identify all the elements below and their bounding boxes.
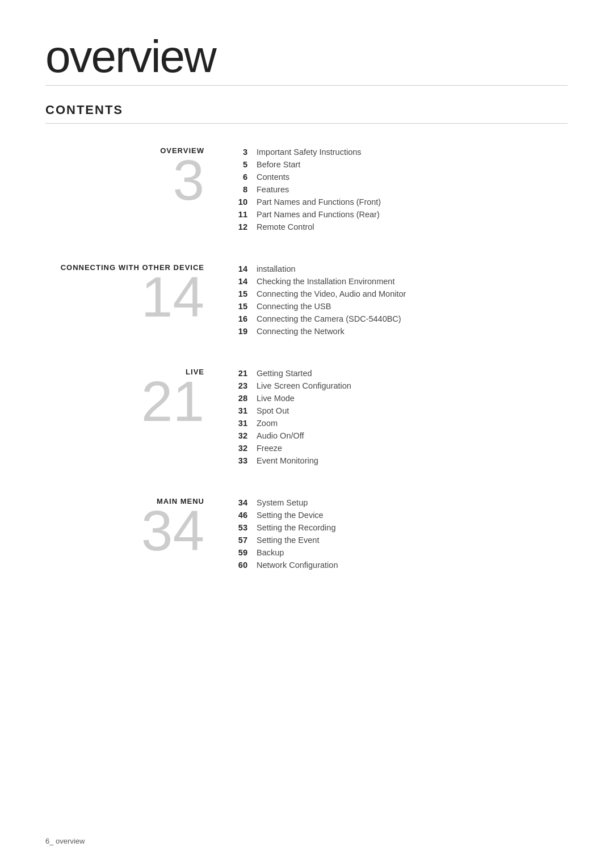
toc-entry: 8Features xyxy=(227,185,568,194)
toc-page-number: 28 xyxy=(227,394,247,403)
toc-entry-text: Event Monitoring xyxy=(257,456,318,465)
toc-entry: 14Checking the Installation Environment xyxy=(227,277,568,286)
toc-entry: 59Backup xyxy=(227,548,568,557)
section-number-live: 21 xyxy=(141,373,204,429)
page-wrapper: overview CONTENTS OVERVIEW33Important Sa… xyxy=(0,0,613,868)
toc-entry: 15Connecting the Video, Audio and Monito… xyxy=(227,289,568,298)
toc-right-mainmenu: 34System Setup46Setting the Device53Sett… xyxy=(227,497,568,573)
toc-page-number: 53 xyxy=(227,523,247,532)
toc-entry: 33Event Monitoring xyxy=(227,456,568,465)
toc-entry-text: Features xyxy=(257,185,289,194)
section-number-connecting: 14 xyxy=(141,268,204,325)
toc-section-live: LIVE2121Getting Started23Live Screen Con… xyxy=(45,368,568,469)
toc-entry: 28Live Mode xyxy=(227,394,568,403)
toc-entry: 21Getting Started xyxy=(227,369,568,378)
toc-entry: 46Setting the Device xyxy=(227,511,568,520)
toc-entry-text: Live Mode xyxy=(257,394,295,403)
toc-entry: 31Spot Out xyxy=(227,406,568,415)
toc-entry: 3Important Safety Instructions xyxy=(227,148,568,157)
toc-entry: 6Contents xyxy=(227,172,568,182)
toc-entry: 32Freeze xyxy=(227,444,568,453)
toc-section-connecting: CONNECTING WITH OTHER DEVICE1414installa… xyxy=(45,263,568,339)
toc-left-live: LIVE21 xyxy=(45,368,227,429)
toc-entry-text: Live Screen Configuration xyxy=(257,381,351,390)
toc-container: OVERVIEW33Important Safety Instructions5… xyxy=(45,146,568,573)
toc-right-live: 21Getting Started23Live Screen Configura… xyxy=(227,368,568,469)
toc-page-number: 31 xyxy=(227,419,247,428)
toc-right-connecting: 14installation14Checking the Installatio… xyxy=(227,263,568,339)
toc-page-number: 19 xyxy=(227,327,247,336)
toc-entry-text: Getting Started xyxy=(257,369,312,378)
toc-page-number: 59 xyxy=(227,548,247,557)
toc-entry-text: Audio On/Off xyxy=(257,431,304,440)
toc-entry: 12Remote Control xyxy=(227,222,568,231)
toc-entry-text: Important Safety Instructions xyxy=(257,148,362,157)
toc-entry-text: Setting the Event xyxy=(257,536,319,545)
toc-entry: 23Live Screen Configuration xyxy=(227,381,568,390)
toc-page-number: 15 xyxy=(227,302,247,311)
toc-entry-text: Zoom xyxy=(257,419,278,428)
toc-page-number: 34 xyxy=(227,498,247,507)
toc-entry: 14installation xyxy=(227,264,568,273)
toc-entry-text: Spot Out xyxy=(257,406,289,415)
toc-page-number: 31 xyxy=(227,406,247,415)
toc-page-number: 15 xyxy=(227,289,247,298)
toc-entry-text: installation xyxy=(257,264,296,273)
toc-entry-text: Part Names and Functions (Front) xyxy=(257,197,381,207)
toc-left-connecting: CONNECTING WITH OTHER DEVICE14 xyxy=(45,263,227,325)
toc-left-overview: OVERVIEW3 xyxy=(45,146,227,208)
section-number-overview: 3 xyxy=(173,151,204,208)
toc-entry: 10Part Names and Functions (Front) xyxy=(227,197,568,207)
toc-entry-text: Freeze xyxy=(257,444,282,453)
toc-page-number: 3 xyxy=(227,148,247,157)
toc-entry-text: Part Names and Functions (Rear) xyxy=(257,210,380,219)
toc-page-number: 32 xyxy=(227,431,247,440)
toc-entry-text: Connecting the Camera (SDC-5440BC) xyxy=(257,314,401,323)
toc-entry: 19Connecting the Network xyxy=(227,327,568,336)
toc-entry-text: Setting the Recording xyxy=(257,523,335,532)
toc-entry-text: Setting the Device xyxy=(257,511,324,520)
toc-page-number: 6 xyxy=(227,172,247,182)
toc-entry-text: Remote Control xyxy=(257,222,314,231)
toc-entry: 11Part Names and Functions (Rear) xyxy=(227,210,568,219)
section-number-mainmenu: 34 xyxy=(141,502,204,559)
toc-entry-text: Connecting the Network xyxy=(257,327,345,336)
toc-entry: 5Before Start xyxy=(227,160,568,169)
toc-page-number: 10 xyxy=(227,197,247,207)
toc-left-mainmenu: MAIN MENU34 xyxy=(45,497,227,559)
toc-entry: 34System Setup xyxy=(227,498,568,507)
toc-entry-text: Contents xyxy=(257,172,289,182)
toc-page-number: 46 xyxy=(227,511,247,520)
toc-page-number: 21 xyxy=(227,369,247,378)
toc-page-number: 14 xyxy=(227,264,247,273)
toc-page-number: 32 xyxy=(227,444,247,453)
page-title: overview xyxy=(45,34,568,79)
toc-entry-text: System Setup xyxy=(257,498,308,507)
toc-section-overview: OVERVIEW33Important Safety Instructions5… xyxy=(45,146,568,235)
toc-section-mainmenu: MAIN MENU3434System Setup46Setting the D… xyxy=(45,497,568,573)
toc-page-number: 14 xyxy=(227,277,247,286)
toc-page-number: 12 xyxy=(227,222,247,231)
toc-page-number: 8 xyxy=(227,185,247,194)
toc-page-number: 16 xyxy=(227,314,247,323)
toc-entry-text: Connecting the Video, Audio and Monitor xyxy=(257,289,406,298)
toc-entry: 16Connecting the Camera (SDC-5440BC) xyxy=(227,314,568,323)
contents-heading: CONTENTS xyxy=(45,103,568,124)
page-title-section: overview xyxy=(45,34,568,86)
toc-entry: 60Network Configuration xyxy=(227,561,568,570)
toc-entry-text: Network Configuration xyxy=(257,561,338,570)
toc-page-number: 33 xyxy=(227,456,247,465)
toc-page-number: 23 xyxy=(227,381,247,390)
toc-entry-text: Backup xyxy=(257,548,284,557)
toc-entry: 31Zoom xyxy=(227,419,568,428)
toc-entry-text: Checking the Installation Environment xyxy=(257,277,394,286)
toc-entry: 15Connecting the USB xyxy=(227,302,568,311)
toc-page-number: 5 xyxy=(227,160,247,169)
toc-right-overview: 3Important Safety Instructions5Before St… xyxy=(227,146,568,235)
toc-entry: 32Audio On/Off xyxy=(227,431,568,440)
toc-page-number: 11 xyxy=(227,210,247,219)
toc-entry: 53Setting the Recording xyxy=(227,523,568,532)
toc-entry-text: Connecting the USB xyxy=(257,302,331,311)
toc-page-number: 57 xyxy=(227,536,247,545)
toc-entry-text: Before Start xyxy=(257,160,300,169)
